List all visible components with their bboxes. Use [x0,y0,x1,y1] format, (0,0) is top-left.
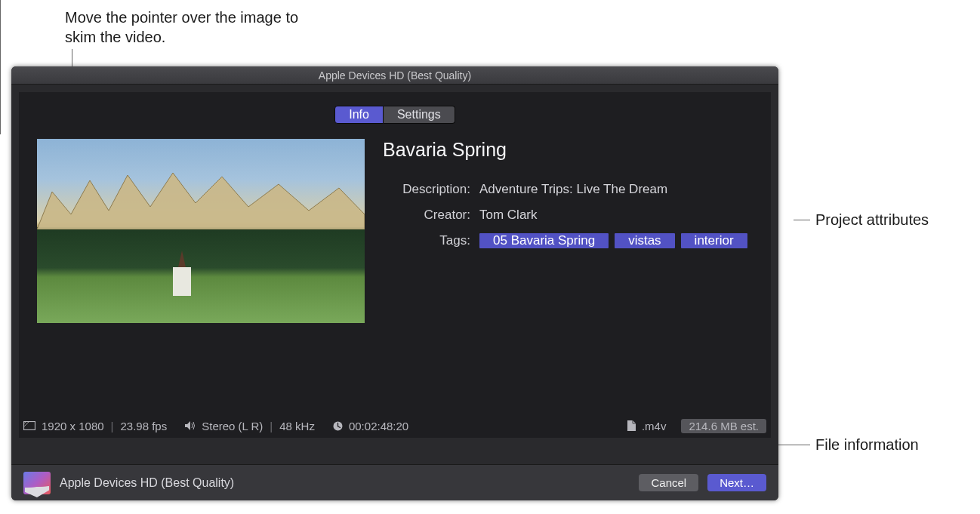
label-tags: Tags: [383,233,479,248]
value-creator[interactable]: Tom Clark [479,208,753,223]
svg-marker-0 [37,173,365,229]
project-title[interactable]: Bavaria Spring [383,139,753,161]
project-attributes-panel: Bavaria Spring Description: Adventure Tr… [383,139,753,323]
file-icon [627,420,636,431]
callout-attributes-text: Project attributes [815,210,929,229]
status-duration: 00:02:48:20 [349,420,408,432]
video-thumbnail-skimmer[interactable] [37,139,365,323]
clock-icon [333,421,343,431]
label-creator: Creator: [383,208,479,223]
tab-info[interactable]: Info [334,106,384,124]
status-filesize-estimate: 214.6 MB est. [681,419,766,433]
svg-rect-2 [24,422,35,430]
tab-bar: Info Settings [37,106,753,124]
value-description[interactable]: Adventure Trips: Live The Dream [479,182,753,197]
callout-line [778,445,810,445]
status-extension: .m4v [642,420,667,432]
tags-container[interactable]: 05 Bavaria Spring vistas interior [479,233,753,248]
row-description: Description: Adventure Trips: Live The D… [383,182,753,197]
preset-name-label: Apple Devices HD (Best Quality) [60,476,234,490]
speaker-icon [185,421,196,430]
mountain-graphic [37,169,365,229]
label-description: Description: [383,182,479,197]
divider: | [111,420,114,432]
next-button[interactable]: Next… [707,474,766,491]
dialog-content: Info Settings Bavaria Spring Description… [19,92,771,438]
preset-icon [23,472,51,494]
tag-pill[interactable]: interior [681,233,747,248]
callout-skim-text: Move the pointer over the image to skim … [65,8,307,47]
status-audio: Stereo (L R) [202,420,263,432]
status-fps: 23.98 fps [120,420,167,432]
church-graphic [173,267,191,296]
window-titlebar: Apple Devices HD (Best Quality) [11,66,778,85]
window-title: Apple Devices HD (Best Quality) [319,69,471,82]
svg-marker-3 [185,421,190,430]
status-resolution: 1920 x 1080 [42,420,104,432]
row-creator: Creator: Tom Clark [383,208,753,223]
file-info-status-bar: 1920 x 1080 | 23.98 fps Stereo (L R) | 4… [19,414,771,438]
callout-line [794,220,810,220]
frame-icon [23,421,35,430]
status-sample-rate: 48 kHz [279,420,315,432]
tag-pill[interactable]: vistas [615,233,674,248]
callout-bracket [0,0,1,134]
export-dialog-window: Apple Devices HD (Best Quality) Info Set… [11,66,778,500]
row-tags: Tags: 05 Bavaria Spring vistas interior [383,233,753,248]
callout-fileinfo-text: File information [815,436,919,454]
dialog-footer: Apple Devices HD (Best Quality) Cancel N… [11,464,778,500]
divider: | [270,420,273,432]
cancel-button[interactable]: Cancel [639,474,698,491]
tag-pill[interactable]: 05 Bavaria Spring [479,233,609,248]
tab-settings[interactable]: Settings [384,106,455,124]
